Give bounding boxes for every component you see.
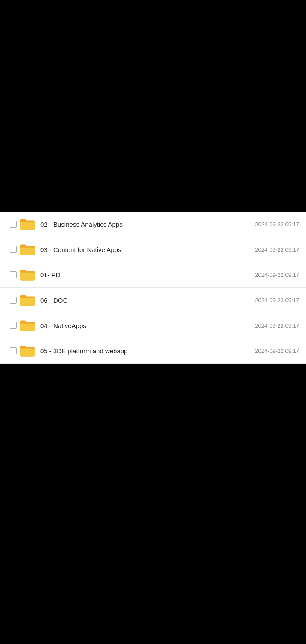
- checkbox-area: [7, 347, 20, 354]
- checkbox-area: [7, 271, 20, 278]
- checkbox-area: [7, 297, 20, 304]
- folder-icon: [20, 243, 35, 256]
- checkbox-area: [7, 221, 20, 228]
- checkbox-6[interactable]: [10, 347, 17, 354]
- list-item[interactable]: 04 - NativeApps 2024-09-22 09:17: [0, 313, 306, 338]
- file-date: 2024-09-22 09:17: [255, 272, 299, 278]
- checkbox-4[interactable]: [10, 297, 17, 304]
- checkbox-3[interactable]: [10, 271, 17, 278]
- file-list: 02 - Business Analytics Apps 2024-09-22 …: [0, 212, 306, 364]
- folder-icon: [20, 218, 35, 231]
- file-date: 2024-09-22 09:17: [255, 297, 299, 304]
- file-name: 02 - Business Analytics Apps: [40, 221, 248, 228]
- file-date: 2024-09-22 09:17: [255, 322, 299, 329]
- checkbox-area: [7, 322, 20, 329]
- file-name: 01- PD: [40, 271, 248, 279]
- folder-icon: [20, 294, 35, 307]
- list-item[interactable]: 05 - 3DE platform and webapp 2024-09-22 …: [0, 338, 306, 364]
- file-name: 03 - Content for Native Apps: [40, 246, 248, 253]
- list-item[interactable]: 02 - Business Analytics Apps 2024-09-22 …: [0, 212, 306, 237]
- list-item[interactable]: 06 - DOC 2024-09-22 09:17: [0, 288, 306, 313]
- file-name: 06 - DOC: [40, 297, 248, 304]
- checkbox-5[interactable]: [10, 322, 17, 329]
- file-name: 04 - NativeApps: [40, 322, 248, 329]
- checkbox-area: [7, 246, 20, 253]
- checkbox-1[interactable]: [10, 221, 17, 228]
- file-date: 2024-09-22 09:17: [255, 246, 299, 253]
- file-date: 2024-09-22 09:17: [255, 348, 299, 354]
- folder-icon: [20, 268, 35, 281]
- folder-icon: [20, 319, 35, 332]
- list-item[interactable]: 03 - Content for Native Apps 2024-09-22 …: [0, 237, 306, 262]
- checkbox-2[interactable]: [10, 246, 17, 253]
- file-name: 05 - 3DE platform and webapp: [40, 347, 248, 355]
- folder-icon: [20, 344, 35, 357]
- list-item[interactable]: 01- PD 2024-09-22 09:17: [0, 262, 306, 288]
- file-date: 2024-09-22 09:17: [255, 221, 299, 228]
